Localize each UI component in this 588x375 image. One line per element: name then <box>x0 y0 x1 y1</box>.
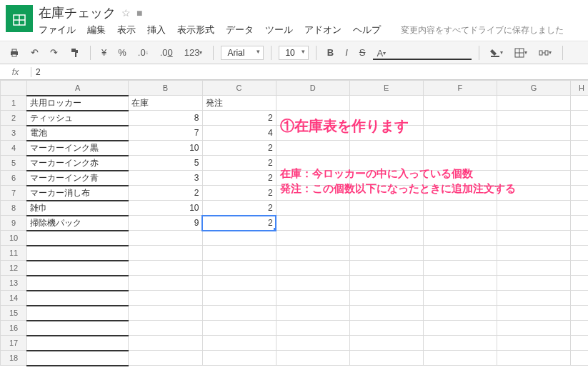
row-header[interactable]: 2 <box>1 111 27 126</box>
menu-insert[interactable]: 挿入 <box>147 24 166 36</box>
cell[interactable] <box>276 231 349 246</box>
cell[interactable] <box>571 201 588 216</box>
cell[interactable] <box>276 201 349 216</box>
cell[interactable] <box>129 261 202 276</box>
fill-color-icon[interactable] <box>487 46 507 60</box>
cell[interactable] <box>276 291 349 306</box>
select-all-corner[interactable] <box>1 81 27 96</box>
col-header-E[interactable]: E <box>349 81 423 96</box>
cell[interactable] <box>129 291 202 306</box>
cell[interactable] <box>497 231 570 246</box>
cell[interactable] <box>571 111 588 126</box>
cell[interactable] <box>497 246 570 261</box>
cell[interactable] <box>349 306 423 321</box>
cell[interactable] <box>571 126 588 141</box>
fx-value[interactable]: 2 <box>31 67 41 77</box>
cell[interactable] <box>571 216 588 231</box>
cell[interactable] <box>276 306 349 321</box>
col-header-F[interactable]: F <box>423 81 497 96</box>
cell[interactable]: 在庫 <box>129 96 202 111</box>
font-select[interactable]: Arial <box>221 46 264 60</box>
cell[interactable] <box>423 336 497 351</box>
cell[interactable]: 3 <box>129 171 202 186</box>
cell[interactable] <box>349 186 423 201</box>
cell[interactable]: マーカー消し布 <box>27 186 129 201</box>
cell[interactable] <box>202 336 276 351</box>
cell[interactable] <box>497 261 570 276</box>
redo-icon[interactable]: ↷ <box>46 45 61 60</box>
cell[interactable]: 2 <box>202 171 276 186</box>
cell[interactable] <box>27 231 129 246</box>
menu-view[interactable]: 表示 <box>117 24 136 36</box>
cell[interactable] <box>423 141 497 156</box>
cell[interactable]: 発注 <box>202 96 276 111</box>
cell[interactable]: 雑巾 <box>27 201 129 216</box>
cell[interactable] <box>423 321 497 336</box>
cell[interactable] <box>276 141 349 156</box>
cell[interactable] <box>423 126 497 141</box>
cell[interactable]: マーカーインク黒 <box>27 141 129 156</box>
row-header[interactable]: 18 <box>1 351 27 366</box>
cell[interactable]: マーカーインク赤 <box>27 156 129 171</box>
cell[interactable] <box>571 306 588 321</box>
col-header-H[interactable]: H <box>571 81 588 96</box>
spreadsheet-grid[interactable]: ABCDEFGH1共用ロッカー在庫発注2ティッシュ823電池744マーカーインク… <box>0 80 588 366</box>
col-header-G[interactable]: G <box>497 81 570 96</box>
merge-icon[interactable] <box>535 46 555 60</box>
cell[interactable] <box>497 351 570 366</box>
cell[interactable] <box>202 306 276 321</box>
cell[interactable] <box>571 96 588 111</box>
cell[interactable]: マーカーインク青 <box>27 171 129 186</box>
cell[interactable] <box>27 276 129 291</box>
row-header[interactable]: 9 <box>1 216 27 231</box>
cell[interactable] <box>202 276 276 291</box>
cell[interactable] <box>571 186 588 201</box>
cell[interactable] <box>349 111 423 126</box>
cell[interactable]: 10 <box>129 141 202 156</box>
cell[interactable]: 5 <box>129 156 202 171</box>
cell[interactable] <box>349 231 423 246</box>
undo-icon[interactable]: ↶ <box>27 45 42 60</box>
cell[interactable]: 2 <box>202 201 276 216</box>
row-header[interactable]: 6 <box>1 171 27 186</box>
col-header-A[interactable]: A <box>27 81 129 96</box>
cell[interactable] <box>423 111 497 126</box>
cell[interactable] <box>276 96 349 111</box>
cell[interactable] <box>27 351 129 366</box>
cell[interactable] <box>423 216 497 231</box>
cell[interactable] <box>571 156 588 171</box>
cell[interactable]: 2 <box>202 186 276 201</box>
row-header[interactable]: 4 <box>1 141 27 156</box>
cell[interactable]: 2 <box>202 141 276 156</box>
row-header[interactable]: 14 <box>1 291 27 306</box>
cell[interactable] <box>276 336 349 351</box>
menu-help[interactable]: ヘルプ <box>353 24 381 36</box>
cell[interactable] <box>27 261 129 276</box>
cell[interactable] <box>349 141 423 156</box>
row-header[interactable]: 1 <box>1 96 27 111</box>
cell[interactable] <box>349 336 423 351</box>
cell[interactable] <box>423 276 497 291</box>
cell[interactable] <box>276 321 349 336</box>
number-format-button[interactable]: 123 <box>181 45 206 60</box>
cell[interactable] <box>202 246 276 261</box>
cell[interactable]: 9 <box>129 216 202 231</box>
row-header[interactable]: 15 <box>1 306 27 321</box>
cell[interactable] <box>27 336 129 351</box>
cell[interactable] <box>129 246 202 261</box>
borders-icon[interactable] <box>511 46 531 60</box>
cell[interactable] <box>129 336 202 351</box>
cell[interactable] <box>497 216 570 231</box>
cell[interactable] <box>571 321 588 336</box>
cell[interactable]: 2 <box>202 111 276 126</box>
cell[interactable] <box>27 291 129 306</box>
percent-button[interactable]: % <box>114 45 130 60</box>
cell[interactable] <box>497 321 570 336</box>
cell[interactable] <box>423 291 497 306</box>
cell[interactable] <box>276 186 349 201</box>
strike-button[interactable]: S <box>356 45 369 60</box>
folder-icon[interactable]: ■ <box>136 7 142 19</box>
cell[interactable] <box>423 306 497 321</box>
cell[interactable] <box>571 261 588 276</box>
print-icon[interactable] <box>6 46 23 60</box>
